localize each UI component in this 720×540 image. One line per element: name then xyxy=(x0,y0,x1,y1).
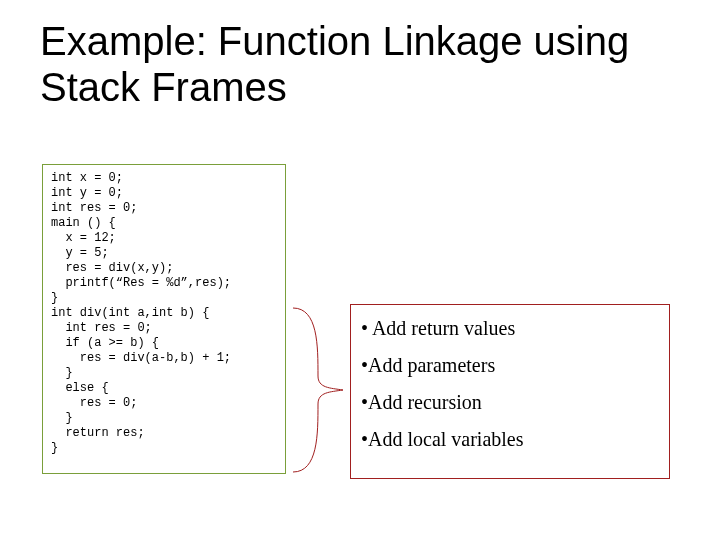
curly-brace-icon xyxy=(288,306,348,474)
bullet-item: • Add return values xyxy=(361,317,659,340)
bullet-item: •Add recursion xyxy=(361,391,659,414)
code-sample: int x = 0; int y = 0; int res = 0; main … xyxy=(42,164,286,474)
slide: { "title": "Example: Function Linkage us… xyxy=(0,0,720,540)
bullet-item: •Add local variables xyxy=(361,428,659,451)
bullet-item: •Add parameters xyxy=(361,354,659,377)
slide-title: Example: Function Linkage using Stack Fr… xyxy=(40,18,680,110)
bullet-list: • Add return values •Add parameters •Add… xyxy=(350,304,670,479)
